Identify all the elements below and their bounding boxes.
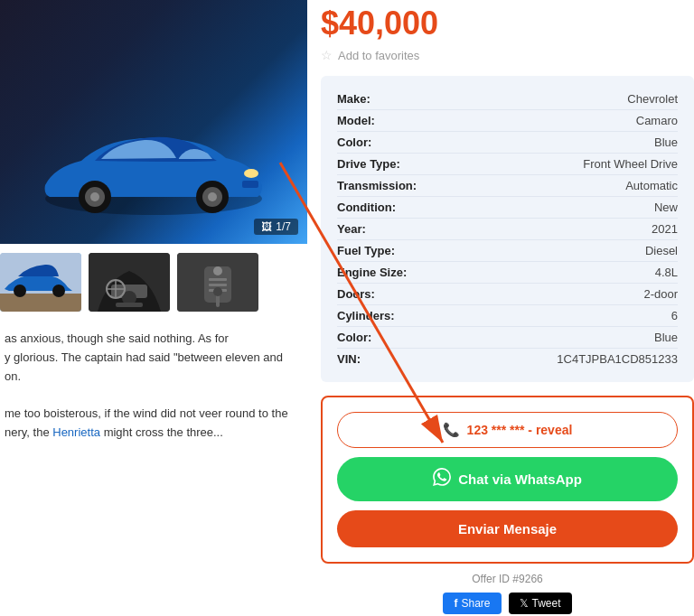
spec-row: Color: Blue bbox=[337, 132, 678, 154]
svg-point-6 bbox=[208, 192, 217, 201]
spec-row: Condition: New bbox=[337, 197, 678, 219]
svg-rect-23 bbox=[209, 278, 227, 281]
whatsapp-button[interactable]: Chat via WhatsApp bbox=[337, 457, 678, 501]
spec-label: Drive Type: bbox=[337, 157, 436, 171]
social-share-section: f Share 𝕏 Tweet bbox=[321, 593, 694, 614]
actions-box: 📞 123 *** *** - reveal Chat via WhatsApp… bbox=[321, 396, 694, 564]
specs-box: Make: Chevrolet Model: Camaro Color: Blu… bbox=[321, 76, 694, 382]
spec-value: Front Wheel Drive bbox=[583, 157, 678, 171]
spec-value: 4.8L bbox=[655, 266, 678, 279]
spec-label: Color: bbox=[337, 135, 436, 149]
facebook-share-button[interactable]: f Share bbox=[443, 593, 501, 614]
spec-row: Color: Blue bbox=[337, 327, 678, 349]
star-icon: ☆ bbox=[321, 48, 333, 62]
svg-point-11 bbox=[14, 285, 26, 297]
send-message-button[interactable]: Enviar Mensaje bbox=[337, 510, 678, 547]
spec-label: Doors: bbox=[337, 287, 436, 301]
spec-row: Model: Camaro bbox=[337, 110, 678, 132]
spec-row: Cylinders: 6 bbox=[337, 305, 678, 327]
spec-value: New bbox=[654, 201, 678, 214]
spec-value: Automatic bbox=[625, 179, 678, 192]
svg-rect-10 bbox=[0, 294, 81, 312]
spec-label: Condition: bbox=[337, 201, 436, 214]
thumbnail-2[interactable] bbox=[89, 253, 170, 312]
twitter-share-button[interactable]: 𝕏 Tweet bbox=[509, 593, 572, 614]
left-column: 🖼 1/7 bbox=[0, 0, 307, 616]
phone-reveal-button[interactable]: 📞 123 *** *** - reveal bbox=[337, 412, 678, 448]
thumbnail-3[interactable] bbox=[177, 253, 258, 312]
image-counter: 🖼 1/7 bbox=[254, 219, 298, 235]
spec-label: Transmission: bbox=[337, 179, 436, 192]
right-column: $40,000 ☆ Add to favorites Make: Chevrol… bbox=[321, 0, 694, 616]
svg-point-22 bbox=[213, 266, 222, 275]
svg-rect-16 bbox=[116, 303, 143, 307]
price-display: $40,000 bbox=[321, 5, 694, 42]
description-section: as anxious, though she said nothing. As … bbox=[0, 321, 307, 452]
spec-row: Transmission: Automatic bbox=[337, 175, 678, 197]
spec-row: Year: 2021 bbox=[337, 219, 678, 240]
spec-value: Blue bbox=[654, 135, 678, 149]
spec-value: Chevrolet bbox=[627, 92, 678, 106]
spec-value: 2021 bbox=[652, 222, 678, 236]
spec-value: Diesel bbox=[645, 244, 678, 257]
spec-label: Make: bbox=[337, 92, 436, 106]
spec-row: Drive Type: Front Wheel Drive bbox=[337, 154, 678, 175]
facebook-icon: f bbox=[454, 597, 457, 610]
spec-row: VIN: 1C4TJPBA1CD851233 bbox=[337, 349, 678, 369]
whatsapp-icon bbox=[433, 468, 451, 490]
spec-value: Blue bbox=[654, 331, 678, 344]
svg-rect-8 bbox=[242, 181, 258, 188]
spec-row: Doors: 2-door bbox=[337, 284, 678, 305]
svg-point-27 bbox=[213, 287, 222, 296]
main-car-image[interactable]: 🖼 1/7 bbox=[0, 0, 307, 244]
spec-label: Engine Size: bbox=[337, 266, 436, 279]
twitter-icon: 𝕏 bbox=[520, 597, 529, 610]
spec-label: Color: bbox=[337, 331, 436, 344]
spec-label: Fuel Type: bbox=[337, 244, 436, 257]
thumbnail-1[interactable] bbox=[0, 253, 81, 312]
spec-value: 6 bbox=[671, 309, 678, 322]
spec-label: VIN: bbox=[337, 352, 436, 366]
thumbnail-strip bbox=[0, 244, 307, 321]
spec-value: 1C4TJPBA1CD851233 bbox=[557, 352, 678, 366]
spec-label: Cylinders: bbox=[337, 309, 436, 322]
svg-point-3 bbox=[90, 192, 99, 201]
add-favorites-button[interactable]: ☆ Add to favorites bbox=[321, 48, 694, 62]
spec-value: 2-door bbox=[643, 287, 678, 301]
spec-row: Fuel Type: Diesel bbox=[337, 240, 678, 262]
spec-value: Camaro bbox=[636, 114, 678, 127]
spec-row: Make: Chevrolet bbox=[337, 89, 678, 110]
svg-point-7 bbox=[244, 169, 258, 178]
spec-row: Engine Size: 4.8L bbox=[337, 262, 678, 284]
offer-id: Offer ID #9266 bbox=[321, 573, 694, 585]
spec-label: Year: bbox=[337, 222, 436, 236]
phone-icon: 📞 bbox=[443, 422, 460, 438]
svg-rect-24 bbox=[209, 284, 227, 286]
spec-label: Model: bbox=[337, 114, 436, 127]
svg-point-12 bbox=[52, 285, 65, 297]
